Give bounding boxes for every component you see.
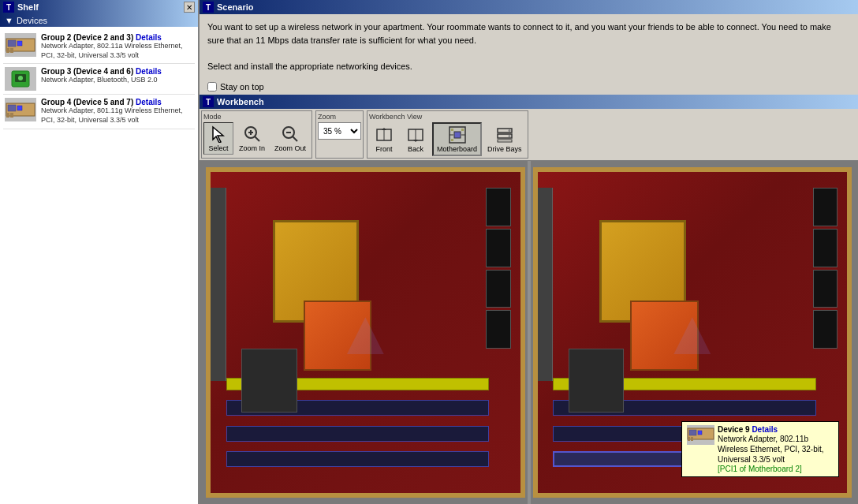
drive-bays-button[interactable]: Drive Bays [483,123,526,155]
tooltip-device-icon [687,425,714,445]
mode-toolbar-group: Mode Select [201,110,312,159]
stay-on-top-checkbox[interactable] [207,82,217,91]
mb1-left-connectors [211,188,226,380]
svg-point-38 [508,135,510,137]
mb1-ram-area [486,188,510,349]
mb2-chipset [569,349,625,413]
device-desc-group3: Network Adapter, Bluetooth, USB 2.0 [41,76,193,85]
zoom-out-button[interactable]: Zoom Out [270,122,310,155]
zoom-out-icon [281,125,300,144]
list-item[interactable]: Group 2 (Device 2 and 3) Details Network… [3,30,195,64]
svg-rect-2 [17,41,22,46]
workbench-title-bar: T Workbench [200,95,858,109]
device-info-group2: Group 2 (Device 2 and 3) Details Network… [41,33,193,60]
zoom-label: Zoom [318,113,361,121]
tooltip-info: Device 9 Details Network Adapter, 802.11… [718,425,834,473]
workbench-section: T Workbench Mode Sele [200,95,858,504]
svg-rect-11 [6,113,9,118]
right-panel: T Scenario You want to set up a wireless… [200,0,858,504]
svg-rect-9 [8,105,16,111]
tooltip-device-desc: Network Adapter, 802.11b Wireless Ethern… [718,434,834,465]
view-label: Workbench View [369,113,526,121]
svg-rect-30 [461,129,464,131]
back-view-button[interactable]: Back [401,123,431,155]
zoom-select[interactable]: 25 % 35 % 50 % 75 % 100 % [318,122,361,140]
device-card-icon2 [6,99,35,121]
mb-separator [528,161,531,504]
shelf-close-button[interactable]: ✕ [184,2,195,13]
device-details-link-group2[interactable]: Details [136,33,162,42]
shelf-panel: T Shelf ✕ ▼ Devices [0,0,200,504]
motherboard-2: ▲ [533,167,852,498]
svg-rect-29 [451,129,453,131]
mb1-pci1 [226,451,490,467]
workbench-t-icon: T [203,96,214,107]
zoom-in-button[interactable]: Zoom In [235,122,269,155]
shelf-t-icon: T [3,2,14,13]
svg-line-20 [293,136,297,141]
svg-rect-12 [10,113,13,118]
tooltip-device-name: Device 9 Details [718,425,834,434]
workbench-toolbar: Mode Select [200,109,858,161]
front-label: Front [376,145,393,153]
svg-rect-3 [6,48,9,53]
scenario-text: You want to set up a wireless network in… [200,14,858,79]
workbench-canvas[interactable]: ▲ [200,161,858,504]
mb2-heatsink [630,301,698,371]
drive-bays-icon [495,125,514,144]
list-item[interactable]: Group 3 (Device 4 and 6) Details Network… [3,64,195,95]
mb1-pci2 [226,426,490,442]
svg-rect-42 [688,437,690,441]
view-group-items: Front Back [369,122,526,156]
svg-rect-4 [10,48,13,53]
devices-list: Group 2 (Device 2 and 3) Details Network… [0,27,198,504]
scenario-title-bar: T Scenario [200,0,858,14]
device-card-icon [6,34,35,56]
cursor-icon [209,125,228,144]
svg-point-37 [508,129,510,132]
svg-rect-1 [8,40,16,47]
devices-header-label: Devices [17,16,47,25]
zoom-toolbar-group: Zoom 25 % 35 % 50 % 75 % 100 % [315,110,364,159]
svg-rect-31 [451,139,453,141]
device-desc-group2: Network Adapter, 802.11a Wireless Ethern… [41,42,193,60]
select-button[interactable]: Select [203,122,233,155]
zoom-out-label: Zoom Out [274,144,306,152]
stay-on-top-row: Stay on top [200,79,858,95]
svg-rect-40 [689,430,696,435]
svg-rect-10 [17,106,22,110]
svg-marker-13 [213,127,223,143]
drive-bays-label: Drive Bays [487,145,522,153]
scenario-line1: You want to set up a wireless network in… [207,21,850,47]
mb1-chipset [241,349,297,413]
device-info-group4: Group 4 (Device 5 and 7) Details Network… [41,98,193,125]
device-usb-icon [6,68,35,90]
list-item[interactable]: Group 4 (Device 5 and 7) Details Network… [3,95,195,129]
svg-point-7 [18,76,23,80]
tooltip-details-link[interactable]: Details [752,425,778,434]
device-icon-group2 [5,33,36,57]
shelf-close-icon: ✕ [186,3,192,12]
svg-line-17 [255,136,259,141]
back-label: Back [408,145,423,153]
mb2-ram-area [813,188,837,349]
device-details-link-group3[interactable]: Details [136,67,162,76]
motherboard-1: ▲ [206,167,525,498]
motherboard-view-icon [448,125,467,144]
zoom-in-icon [243,125,262,144]
motherboard-view-button[interactable]: Motherboard [432,122,482,156]
app-layout: T Shelf ✕ ▼ Devices [0,0,858,504]
front-view-button[interactable]: Front [369,123,399,155]
mb2-left-connectors [538,188,554,380]
scenario-title-label: Scenario [217,2,253,12]
device-name-group2: Group 2 (Device 2 and 3) Details [41,33,193,42]
svg-rect-41 [698,431,702,435]
device-info-group3: Group 3 (Device 4 and 6) Details Network… [41,67,193,85]
stay-on-top-label: Stay on top [220,82,264,91]
devices-header: ▼ Devices [0,14,198,27]
mode-group-items: Select Zoom In [203,122,310,155]
scenario-t-icon: T [203,2,214,13]
device-icon-group4 [5,98,36,121]
workbench-title-label: Workbench [217,97,264,106]
device-details-link-group4[interactable]: Details [136,98,162,106]
